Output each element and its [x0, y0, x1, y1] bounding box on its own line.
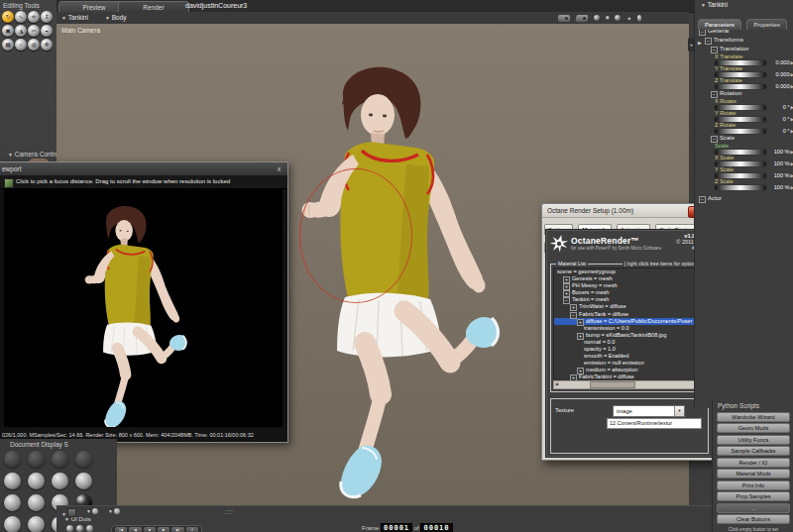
current-frame-field[interactable]: 00001 — [381, 523, 412, 532]
next-frame-button[interactable]: ▶| — [171, 527, 183, 532]
tab-parameters[interactable]: Parameters — [698, 19, 741, 30]
tree-collapse-icon[interactable]: − — [705, 38, 712, 45]
tree-expand-icon[interactable]: + — [577, 319, 584, 326]
material-tree-item[interactable]: −FabricTank = diffuse — [554, 311, 699, 318]
material-tree-item[interactable]: scene = geometrygroup — [554, 268, 699, 275]
material-tree-item[interactable]: transmission = 0.0 — [554, 325, 699, 332]
section-scale[interactable]: −Scale — [711, 134, 793, 143]
display-style-flat-shaded[interactable] — [28, 473, 45, 489]
display-style-wireframe[interactable] — [52, 451, 68, 468]
material-tree-item[interactable]: +Genesis = mesh — [554, 275, 699, 282]
figure-selector-dropdown[interactable]: ▼ Tankini — [61, 14, 88, 21]
footprints-icon[interactable]: ∴∵ — [225, 508, 233, 515]
stop-button[interactable]: ■ — [144, 527, 156, 532]
print-info-button[interactable]: Print Info — [717, 480, 790, 490]
tab-properties[interactable]: Properties — [746, 19, 786, 30]
camera-controls-header[interactable]: ▼ Camera Controls — [8, 151, 63, 158]
display-style-cartoon-lined[interactable] — [4, 494, 21, 511]
display-style-hidden-line[interactable] — [75, 451, 92, 468]
material-tree[interactable]: scene = geometrygroup +Genesis = mesh +P… — [553, 267, 700, 382]
display-style-cartoon[interactable] — [75, 473, 92, 489]
utility-funcs-button[interactable]: Utility Funcs — [717, 435, 790, 445]
tree-collapse-icon[interactable]: − — [563, 297, 570, 304]
parameters-panel-header[interactable]: ▼ Tankini — [695, 0, 793, 13]
focus-pick-icon[interactable] — [4, 178, 14, 188]
x-rotate-dial[interactable] — [715, 105, 766, 110]
body-part-selector-dropdown[interactable]: ▼ Body — [105, 14, 127, 21]
prev-frame-button[interactable]: ◀ — [129, 527, 141, 532]
control-dot-icon[interactable] — [606, 16, 610, 20]
empty-script-button[interactable]: ... — [717, 503, 790, 513]
material-tree-item-selected[interactable]: +diffuse = C:/Users/Public/Documents/Pos… — [554, 318, 699, 325]
display-style-lit-wireframe[interactable] — [4, 473, 21, 489]
tabs-overflow-arrow-icon[interactable]: ▶ — [698, 40, 702, 46]
material-tree-item[interactable]: emission = null emission — [554, 360, 699, 367]
prop-samples-button[interactable]: Prop Samples — [717, 491, 790, 501]
material-tree-item[interactable]: normal = 0.0 — [554, 339, 699, 346]
first-frame-button[interactable]: |◀ — [115, 527, 127, 532]
z-rotate-dial[interactable] — [715, 129, 766, 134]
geom-mods-button[interactable]: Geom Mods — [717, 423, 790, 433]
scrollbar-thumb[interactable] — [590, 381, 635, 388]
x-scale-dial[interactable] — [715, 161, 766, 166]
translate-inout-tool-button[interactable]: ⇕ — [41, 11, 53, 23]
octane-viewport-window[interactable]: ewport x Click to pick a focus distance.… — [0, 161, 288, 443]
ui-dot-button[interactable] — [66, 525, 73, 532]
render-window-titlebar[interactable]: ewport x — [0, 162, 287, 176]
dialog-titlebar[interactable]: Octane Render Setup (1.00m) x — [542, 204, 717, 218]
tree-expand-icon[interactable]: + — [577, 333, 584, 340]
chevron-down-icon[interactable]: ▼ — [674, 406, 684, 416]
play-button[interactable]: ▶ — [158, 527, 170, 532]
ui-dot-button[interactable] — [76, 525, 83, 532]
light-bulb-icon[interactable] — [637, 15, 641, 22]
z-translate-dial[interactable] — [715, 84, 766, 89]
grouping-tool-button[interactable]: ▦ — [2, 39, 14, 51]
material-tree-item[interactable]: +PH Messy = mesh — [554, 282, 699, 289]
tree-collapse-icon[interactable]: − — [711, 136, 718, 143]
section-actor[interactable]: −Actor — [699, 194, 793, 203]
render-preview-canvas[interactable] — [4, 189, 283, 427]
depth-cue-dropdown[interactable]: ▼ — [86, 508, 98, 514]
shadow-dropdown[interactable]: ▼ — [108, 508, 120, 514]
section-transforms[interactable]: −Transforms — [705, 36, 793, 45]
material-tree-item[interactable]: +bump = sKidBasicTankiniB08.jpg — [554, 332, 699, 339]
tree-collapse-icon[interactable]: − — [570, 312, 577, 319]
horizontal-scrollbar[interactable]: ◀ ▶ — [553, 380, 700, 389]
movie-camera-icon[interactable] — [558, 15, 570, 22]
display-style-extra[interactable] — [4, 516, 21, 532]
ui-dots-header[interactable]: ▼ UI Dots — [64, 516, 91, 522]
morphing-tool-button[interactable]: ◍ — [28, 39, 40, 51]
control-sphere-icon[interactable] — [594, 15, 600, 21]
rotate-tool-button[interactable]: ↻ — [2, 11, 14, 23]
material-tree-item[interactable]: −Tankini = mesh — [554, 296, 699, 303]
x-translate-dial[interactable] — [715, 60, 766, 65]
display-style-extra[interactable] — [28, 516, 45, 532]
sample-callbacks-button[interactable]: Sample Callbacks — [717, 446, 790, 456]
tree-collapse-icon[interactable]: − — [699, 196, 706, 203]
close-icon[interactable]: x — [275, 164, 283, 173]
ui-dot-button[interactable] — [86, 525, 93, 532]
scale-tool-button[interactable]: ▣ — [2, 25, 14, 37]
light-control-icon[interactable]: ✦ — [626, 15, 631, 22]
material-tree-item[interactable]: smooth = Enabled — [554, 353, 699, 360]
clear-buttons-button[interactable]: Clear Buttons — [717, 514, 790, 524]
tree-collapse-icon[interactable]: − — [711, 47, 718, 53]
loop-button[interactable]: ↺ — [186, 527, 198, 532]
y-rotate-dial[interactable] — [715, 117, 766, 122]
texture-type-dropdown[interactable]: image ▼ — [613, 405, 685, 417]
tree-collapse-icon[interactable]: − — [711, 91, 718, 98]
direct-manipulation-tool-button[interactable]: ✥ — [41, 39, 53, 51]
wardrobe-wizard-button[interactable]: Wardrobe Wizard — [717, 412, 790, 422]
z-scale-dial[interactable] — [715, 185, 766, 190]
display-style-flat-lined[interactable] — [52, 473, 68, 489]
scroll-left-icon[interactable]: ◀ — [554, 381, 559, 386]
material-mods-button[interactable]: Material Mods — [717, 469, 790, 479]
display-style-smooth-shaded[interactable] — [28, 494, 45, 511]
translate-tool-button[interactable]: ✛ — [28, 11, 40, 23]
scale-dial[interactable] — [715, 150, 766, 155]
section-rotation[interactable]: −Rotation — [711, 89, 793, 98]
texture-file-field[interactable]: 12 Content/Runtime/textur — [607, 418, 702, 429]
y-translate-dial[interactable] — [715, 72, 766, 77]
display-style-outline[interactable] — [28, 451, 45, 468]
section-translation[interactable]: −Translation — [711, 45, 793, 53]
